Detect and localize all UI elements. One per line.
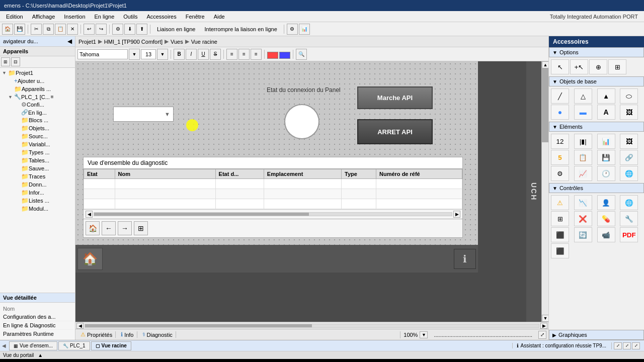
tree-item-ajouter[interactable]: + Ajouter u... xyxy=(1,77,74,85)
delete-btn[interactable]: ✕ xyxy=(67,24,78,35)
elem-btn7[interactable]: 💾 xyxy=(597,150,615,165)
download-btn[interactable]: ⬇ xyxy=(124,24,135,35)
nav-back-btn[interactable]: ← xyxy=(102,221,116,235)
h-scroll-left-btn[interactable]: ◀ xyxy=(76,323,84,329)
size-dropdown-btn[interactable]: ▼ xyxy=(157,49,168,60)
status-ind3[interactable]: ⤢ xyxy=(632,342,640,349)
bc-item-1[interactable]: HMI_1 [TP900 Comfort] xyxy=(104,39,163,45)
elem-btn10[interactable]: 📈 xyxy=(574,166,592,181)
bc-item-2[interactable]: Vues xyxy=(171,39,183,45)
h-scroll-thumb[interactable] xyxy=(94,213,309,216)
filled-triangle-btn[interactable]: ▲ xyxy=(597,88,615,104)
elem-btn1[interactable]: 12 xyxy=(551,134,569,149)
text-btn[interactable]: A xyxy=(597,105,615,120)
main-h-scroll-thumb[interactable] xyxy=(85,324,312,327)
ellipse-btn[interactable]: ⬭ xyxy=(620,88,638,104)
elem-btn11[interactable]: 🕐 xyxy=(597,166,615,181)
ctrl-btn11[interactable]: 📹 xyxy=(597,227,615,242)
menu-en-ligne[interactable]: En ligne xyxy=(91,13,119,21)
tree-btn1[interactable]: ⊞ xyxy=(1,57,10,66)
taskbar-arrow-left[interactable]: ◀ xyxy=(2,343,8,348)
objets-base-section-header[interactable]: ▼ Objets de base xyxy=(549,76,644,86)
elements-section-header[interactable]: ▼ Eléments xyxy=(549,122,644,132)
vertical-scrollbar[interactable]: ▲ ▼ xyxy=(541,61,548,322)
elem-btn12[interactable]: 🌐 xyxy=(620,166,638,181)
rect-btn[interactable]: ▬ xyxy=(574,105,592,120)
tree-item-en-lig[interactable]: 🔗 En lig... xyxy=(1,109,74,116)
expand-tools-btn[interactable]: ⊞ xyxy=(608,59,626,74)
ctrl-btn4[interactable]: 🌐 xyxy=(620,195,638,210)
task-plc1[interactable]: 🔧 PLC_1 xyxy=(58,341,90,350)
ctrl-btn13[interactable]: ⬛ xyxy=(551,243,569,258)
font-size-input[interactable] xyxy=(141,49,156,59)
portal-expand-btn[interactable]: ▲ xyxy=(38,352,43,358)
h-scroll-right-btn[interactable]: ▶ xyxy=(540,323,547,329)
tree-item-tables[interactable]: 📁 Tables... xyxy=(1,156,74,164)
properties-section[interactable]: ⚠ Propriétés xyxy=(77,331,116,338)
expand-icon[interactable]: ≡ xyxy=(51,94,54,100)
ctrl-btn12[interactable]: PDF xyxy=(620,227,638,242)
align-center-btn[interactable]: ≡ xyxy=(238,49,250,60)
graphiques-section-header[interactable]: ▶ Graphiques xyxy=(549,330,644,340)
tree-item-confi[interactable]: ⚙ Confi... xyxy=(1,101,74,109)
home-btn[interactable]: 🏠 xyxy=(2,24,13,35)
bc-item-0[interactable]: Projet1 xyxy=(78,39,96,45)
upload-btn[interactable]: ⬆ xyxy=(136,24,147,35)
scroll-up-btn[interactable]: ▲ xyxy=(542,61,548,68)
h-scroll-track[interactable] xyxy=(94,212,452,216)
select-tool-btn[interactable]: ↖ xyxy=(551,59,569,74)
italic-btn[interactable]: I xyxy=(186,49,197,60)
font-dropdown-btn[interactable]: ▼ xyxy=(129,49,140,60)
strikethrough-btn[interactable]: S xyxy=(210,49,221,60)
tree-item-sourc[interactable]: 📁 Sourc... xyxy=(1,132,74,140)
menu-aide[interactable]: Aide xyxy=(210,13,229,21)
nav-collapse-btn[interactable]: ◀ xyxy=(67,38,72,45)
config-btn[interactable]: ⚙ xyxy=(287,24,298,35)
ctrl-btn5[interactable]: ⊞ xyxy=(551,211,569,226)
dropdown-element[interactable]: ▼ xyxy=(113,107,174,122)
tree-item-infor[interactable]: 📁 Infor... xyxy=(1,189,74,197)
v-scroll-track[interactable] xyxy=(542,68,548,315)
tree-btn2[interactable]: ⊟ xyxy=(11,57,20,66)
main-h-scroll-track[interactable] xyxy=(85,324,539,328)
ctrl-btn9[interactable]: ⬛ xyxy=(551,227,569,242)
home-bottom-btn[interactable]: 🏠 xyxy=(77,248,103,270)
elem-btn2[interactable]: |▮| xyxy=(574,134,592,149)
bc-item-3[interactable]: Vue racine xyxy=(191,39,217,45)
menu-fenetre[interactable]: Fenêtre xyxy=(182,13,209,21)
task-vue-ensemble[interactable]: ▦ Vue d'ensem... xyxy=(9,341,57,350)
redo-btn[interactable]: ↪ xyxy=(96,24,107,35)
ctrl-btn10[interactable]: 🔄 xyxy=(574,227,592,242)
save-btn[interactable]: 💾 xyxy=(14,24,25,35)
tree-item-appareils[interactable]: 📁 Appareils ... xyxy=(1,85,74,93)
tree-item-traces[interactable]: 📁 Traces xyxy=(1,172,74,180)
elem-btn3[interactable]: 📊 xyxy=(597,134,615,149)
task-vue-racine[interactable]: ▢ Vue racine xyxy=(91,341,131,350)
compile-btn[interactable]: ⚙ xyxy=(112,24,123,35)
scroll-left-btn[interactable]: ◀ xyxy=(86,211,93,218)
bg-color-btn[interactable] xyxy=(279,52,290,59)
tree-item-types[interactable]: 📁 Types ... xyxy=(1,148,74,156)
elem-btn4[interactable]: 🖼 xyxy=(620,134,638,149)
scroll-down-btn[interactable]: ▼ xyxy=(542,315,548,322)
tree-item-modul[interactable]: 📁 Modul... xyxy=(1,205,74,213)
v-scroll-thumb[interactable] xyxy=(542,68,548,142)
ctrl-btn1[interactable]: ⚠ xyxy=(551,195,569,210)
menu-outils[interactable]: Outils xyxy=(119,13,141,21)
tree-item-projet1[interactable]: ▼ 📁 Projet1 xyxy=(1,69,74,77)
canvas-area[interactable]: ▼ Etat du connexion du Panel Marche API … xyxy=(75,61,541,322)
add-tool-btn[interactable]: +↖ xyxy=(570,59,588,74)
color-btn[interactable] xyxy=(267,52,278,59)
paste-btn[interactable]: 📋 xyxy=(55,24,66,35)
cut-btn[interactable]: ✂ xyxy=(31,24,42,35)
elem-btn9[interactable]: ⚙ xyxy=(551,166,569,181)
ctrl-btn2[interactable]: 📉 xyxy=(574,195,592,210)
monitor-btn[interactable]: 📊 xyxy=(299,24,310,35)
copy-btn[interactable]: ⧉ xyxy=(43,24,54,35)
triangle-btn[interactable]: △ xyxy=(574,88,592,104)
tree-item-plc1[interactable]: ▼ 🔧 PLC_1 [C... ≡ xyxy=(1,93,74,101)
diagnostic-section[interactable]: ⚕ Diagnostic xyxy=(139,331,176,338)
canvas[interactable]: ▼ Etat du connexion du Panel Marche API … xyxy=(75,61,478,273)
ctrl-btn6[interactable]: ❌ xyxy=(574,211,592,226)
status-ind1[interactable]: ⤢ xyxy=(614,342,622,349)
